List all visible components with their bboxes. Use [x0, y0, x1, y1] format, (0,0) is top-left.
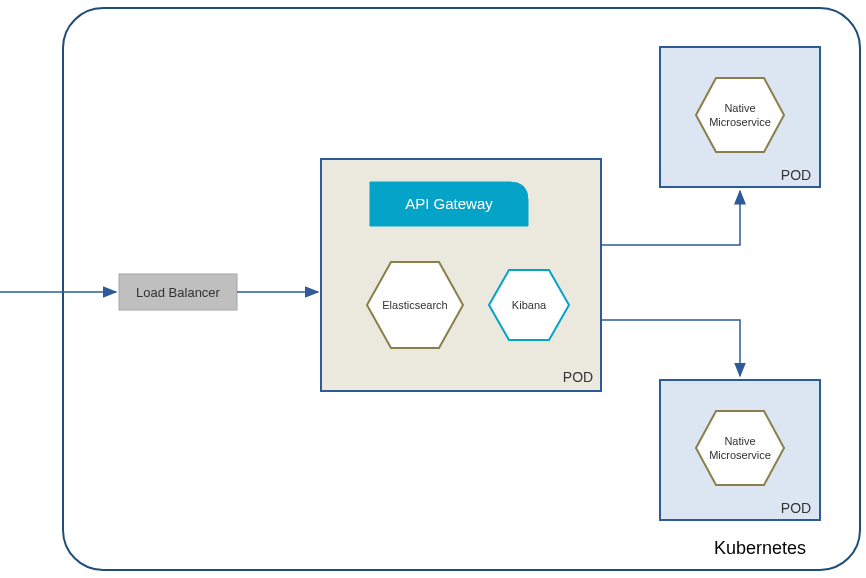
top-pod-label: POD — [781, 167, 811, 183]
main-pod-label: POD — [563, 369, 593, 385]
arrow-mainpod-to-bottompod — [601, 320, 740, 376]
elasticsearch-label: Elasticsearch — [382, 299, 447, 311]
load-balancer-label: Load Balancer — [136, 285, 221, 300]
arrow-mainpod-to-toppod — [601, 191, 740, 245]
bottom-pod-label: POD — [781, 500, 811, 516]
architecture-diagram: Kubernetes POD API Gateway Elasticsearch… — [0, 0, 866, 578]
kubernetes-label: Kubernetes — [714, 538, 806, 558]
top-pod-service-hexagon — [696, 78, 784, 152]
api-gateway-label: API Gateway — [405, 195, 493, 212]
kibana-label: Kibana — [512, 299, 547, 311]
bottom-pod-service-line1: Native — [724, 435, 755, 447]
top-pod-service-line1: Native — [724, 102, 755, 114]
bottom-pod-service-line2: Microservice — [709, 449, 771, 461]
bottom-pod-service-hexagon — [696, 411, 784, 485]
top-pod-service-line2: Microservice — [709, 116, 771, 128]
